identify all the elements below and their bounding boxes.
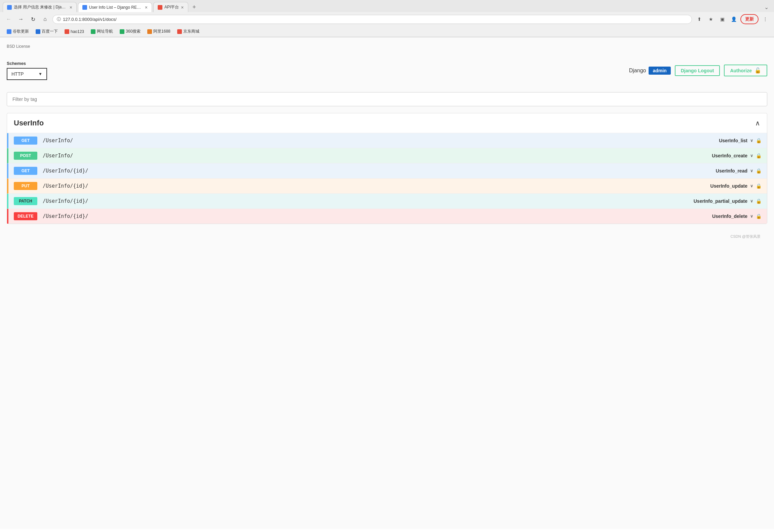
lock-icon-partial-update: 🔒 (756, 198, 762, 204)
address-bar[interactable]: ⓘ 127.0.0.1:8000/api/v1/docs/ (52, 15, 692, 24)
bookmark-google-update[interactable]: 谷歌更新 (4, 28, 32, 35)
share-button[interactable]: ⬆ (695, 14, 704, 24)
bookmark-label-7: 京东商城 (183, 29, 199, 34)
bookmark-label-3: hao123 (71, 29, 84, 34)
method-badge-get-list: GET (14, 137, 37, 145)
bookmark-icon-5 (120, 29, 124, 34)
toolbar-actions: ⬆ ★ ▣ 👤 更新 ⋮ (695, 14, 770, 24)
bookmark-icon-4 (91, 29, 95, 34)
bookmarks-bar: 谷歌更新 百度一下 hao123 网址导航 360搜索 阿里1688 京东商城 (0, 26, 774, 37)
schemes-dropdown[interactable]: HTTP ▼ (7, 68, 47, 80)
lock-icon-list: 🔒 (756, 138, 762, 143)
operation-name-list: UserInfo_list (719, 138, 747, 143)
bookmark-icon-2 (36, 29, 40, 34)
method-badge-put-update: PUT (14, 182, 37, 190)
tab-title-3: API平台 (164, 4, 179, 10)
browser-tab-1[interactable]: 选择 用户信息 来修改 | Django S... × (3, 2, 77, 12)
tab-title-2: User Info List – Django REST fr... (89, 5, 143, 10)
api-row-userinfo-list[interactable]: GET /UserInfo/ UserInfo_list ∨ 🔒 (7, 133, 767, 148)
operation-name-delete: UserInfo_delete (712, 214, 747, 219)
operation-name-partial-update: UserInfo_partial_update (694, 198, 747, 204)
home-button[interactable]: ⌂ (40, 14, 50, 24)
bookmark-label-4: 网址导航 (97, 29, 113, 34)
address-url: 127.0.0.1:8000/api/v1/docs/ (63, 17, 688, 22)
api-operation-delete: UserInfo_delete ∨ 🔒 (712, 214, 762, 219)
api-row-userinfo-partial-update[interactable]: PATCH /UserInfo/{id}/ UserInfo_partial_u… (7, 194, 767, 209)
menu-button[interactable]: ⋮ (761, 14, 770, 24)
api-row-userinfo-read[interactable]: GET /UserInfo/{id}/ UserInfo_read ∨ 🔒 (7, 163, 767, 179)
api-operation-partial-update: UserInfo_partial_update ∨ 🔒 (694, 198, 762, 204)
filter-input[interactable] (7, 92, 767, 106)
tab-overflow-button[interactable]: ⌄ (762, 3, 771, 12)
tab-favicon-2 (82, 5, 87, 10)
bookmark-360[interactable]: 360搜索 (117, 28, 143, 35)
footer: CSDN @管张风景 (7, 231, 767, 242)
profile-button[interactable]: 👤 (729, 14, 738, 24)
lock-icon-create: 🔒 (756, 153, 762, 158)
api-path-list: /UserInfo/ (43, 138, 719, 144)
schemes-container: Schemes HTTP ▼ (7, 61, 47, 80)
api-row-userinfo-create[interactable]: POST /UserInfo/ UserInfo_create ∨ 🔒 (7, 148, 767, 163)
api-path-read: /UserInfo/{id}/ (43, 168, 716, 174)
tab-close-1[interactable]: × (70, 5, 72, 10)
back-button[interactable]: ← (4, 14, 13, 24)
bookmark-label-1: 谷歌更新 (13, 29, 29, 34)
lock-icon-update: 🔒 (756, 183, 762, 189)
auth-area: Django admin Django Logout Authorize 🔓 (629, 65, 767, 76)
bookmark-icon-6 (147, 29, 152, 34)
bookmark-label-6: 阿里1688 (153, 29, 170, 34)
django-user: Django admin (629, 67, 671, 75)
admin-badge[interactable]: admin (649, 67, 670, 75)
filter-section (7, 92, 767, 106)
django-label: Django (629, 68, 646, 74)
browser-tab-2[interactable]: User Info List – Django REST fr... × (78, 2, 152, 12)
django-logout-button[interactable]: Django Logout (675, 65, 720, 76)
lock-icon-read: 🔒 (756, 168, 762, 174)
schemes-label: Schemes (7, 61, 47, 66)
schemes-chevron-icon: ▼ (38, 72, 42, 76)
api-path-partial-update: /UserInfo/{id}/ (43, 198, 694, 204)
api-section-title: UserInfo (14, 119, 44, 127)
bookmark-button[interactable]: ★ (706, 14, 715, 24)
bsd-license-text: BSD License (7, 44, 767, 49)
chevron-icon-update: ∨ (750, 184, 753, 188)
address-lock-icon: ⓘ (57, 16, 61, 22)
bookmark-hao123[interactable]: hao123 (62, 28, 87, 35)
chevron-icon-list: ∨ (750, 138, 753, 143)
bookmark-nav[interactable]: 网址导航 (88, 28, 116, 35)
schemes-selected-value: HTTP (11, 71, 24, 77)
api-path-create: /UserInfo/ (43, 153, 712, 159)
update-button[interactable]: 更新 (740, 14, 759, 24)
api-section-header: UserInfo ∧ (7, 113, 767, 133)
footer-text: CSDN @管张风景 (731, 234, 761, 238)
browser-toolbar: ← → ↻ ⌂ ⓘ 127.0.0.1:8000/api/v1/docs/ ⬆ … (0, 12, 774, 26)
chevron-icon-delete: ∨ (750, 214, 753, 219)
method-badge-get-read: GET (14, 167, 37, 175)
api-row-userinfo-delete[interactable]: DELETE /UserInfo/{id}/ UserInfo_delete ∨… (7, 209, 767, 224)
api-operation-list: UserInfo_list ∨ 🔒 (719, 138, 762, 143)
bookmark-1688[interactable]: 阿里1688 (145, 28, 173, 35)
reload-button[interactable]: ↻ (28, 14, 38, 24)
api-row-userinfo-update[interactable]: PUT /UserInfo/{id}/ UserInfo_update ∨ 🔒 (7, 179, 767, 194)
authorize-button[interactable]: Authorize 🔓 (724, 65, 767, 76)
tab-favicon-1 (7, 5, 12, 10)
api-section: UserInfo ∧ GET /UserInfo/ UserInfo_list … (7, 113, 767, 224)
tab-close-3[interactable]: × (181, 5, 184, 10)
bookmark-jd[interactable]: 京东商城 (175, 28, 202, 35)
api-path-update: /UserInfo/{id}/ (43, 183, 710, 189)
bookmark-baidu[interactable]: 百度一下 (33, 28, 61, 35)
operation-name-read: UserInfo_read (716, 168, 747, 174)
main-content: BSD License Schemes HTTP ▼ Django admin … (0, 37, 774, 529)
collapse-button[interactable]: ∧ (755, 119, 760, 127)
tab-close-2[interactable]: × (145, 5, 148, 10)
extension-button[interactable]: ▣ (718, 14, 727, 24)
operation-name-create: UserInfo_create (712, 153, 747, 158)
method-badge-post-create: POST (14, 152, 37, 160)
tab-title-1: 选择 用户信息 来修改 | Django S... (14, 4, 68, 10)
bookmark-label-5: 360搜索 (126, 29, 141, 34)
chevron-icon-create: ∨ (750, 153, 753, 158)
browser-tab-3[interactable]: API平台 × (153, 2, 188, 12)
operation-name-update: UserInfo_update (710, 183, 747, 189)
new-tab-button[interactable]: + (190, 2, 199, 12)
forward-button[interactable]: → (16, 14, 26, 24)
